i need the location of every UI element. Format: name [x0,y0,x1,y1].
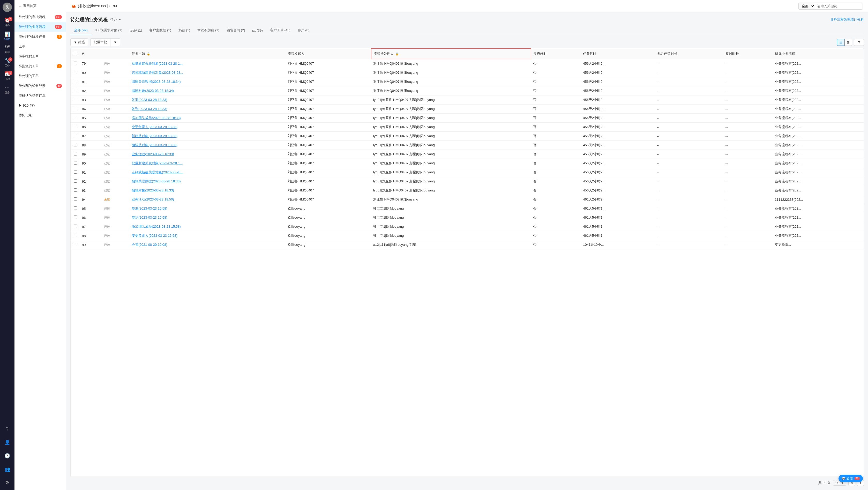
sidebar-badge-pending-sales-leads: 69 [56,84,62,88]
cell-duration: 461天5小时1... [581,231,655,240]
table-settings-button[interactable]: ⚙ [854,39,864,46]
batch-approval-button[interactable]: 批量审批 [90,38,111,46]
row-checkbox[interactable] [74,179,77,183]
sidebar-item-pending-sales-leads[interactable]: 待分配的销售线索 69 [14,81,66,91]
subject-link[interactable]: 添加团队成员(2023-03-28 18:33) [132,116,181,120]
subject-link[interactable]: 编辑对象(2023-03-28 18:33) [132,188,174,192]
sidebar-item-pending-sales-order[interactable]: 待确认的销售订单 [14,91,66,101]
nav-item-work[interactable]: 🔧 工作 5 [1,56,13,69]
float-button[interactable]: 💬 企信 78 [838,475,863,482]
row-checkbox[interactable] [74,161,77,164]
read-status: 已读 [104,80,110,83]
cell-subject: 新建从对象(2023-03-28 18:33) [130,132,285,141]
nav-item-crm[interactable]: 📊 CRM [1,30,13,42]
row-checkbox[interactable] [74,224,77,228]
row-checkbox[interactable] [74,89,77,92]
subject-link[interactable]: 签退(2023-03-28 18:33) [132,98,167,102]
tab-testA[interactable]: testA (1) [126,26,146,35]
sidebar-item-group-910[interactable]: ▶ 910待办 [14,101,66,111]
nav-item-more[interactable]: ⋯ 更多 [1,83,13,96]
row-checkbox[interactable] [74,107,77,110]
subject-link[interactable]: 业务活动(2023-03-28 18:33) [132,152,174,156]
subject-link[interactable]: 业务活动(2023-03-23 18:50) [132,197,174,201]
nav-item-settings[interactable]: ⚙ [1,477,13,489]
batch-dropdown-button[interactable]: ▼ [111,38,120,46]
row-checkbox[interactable] [74,207,77,210]
tab-customer-master[interactable]: 客户主数据 (1) [146,26,175,35]
subject-link[interactable]: 签到(2023-03-23 15:58) [132,215,167,219]
cell-initiator: 刘亚鲁 HMQ0407 [285,95,371,104]
sidebar-item-stage-task[interactable]: 待处理的阶段任务 4 [14,32,66,42]
efficiency-stats-link[interactable]: 业务流程效率统计分析 [830,17,864,22]
cell-allowed-pause: -- [655,95,723,104]
tab-880[interactable]: 880预需求对象 (1) [91,26,126,35]
sidebar-item-workorder[interactable]: 工单 [14,42,66,52]
nav-item-history[interactable]: 🕐 [1,450,13,462]
sidebar-item-business-flow[interactable]: 待处理的业务流程 99+ [14,22,66,32]
subject-link[interactable]: 批量新建关联对象(2023-03-28 1... [132,62,183,65]
row-checkbox[interactable] [74,170,77,174]
cell-duration: 461天5小时1... [581,213,655,222]
nav-item-contacts[interactable]: 👤 [1,436,13,449]
table-row: 87 已读 新建从对象(2023-03-28 18:33) 刘亚鲁 HMQ040… [71,132,864,141]
row-checkbox[interactable] [74,188,77,192]
tab-all[interactable]: 全部 (99) [70,26,91,35]
tab-px[interactable]: px (39) [249,26,266,35]
cell-num: 99 [80,240,102,249]
row-checkbox[interactable] [74,143,77,147]
subject-link[interactable]: 选择或新建关联对象(2023-03-28... [132,170,183,174]
view-grid-button[interactable]: ⊞ [845,39,852,46]
row-checkbox-cell [71,204,80,213]
view-list-button[interactable]: ☰ [837,39,845,46]
subject-link[interactable]: 选择或新建关联对象(2023-03-28... [132,71,183,74]
subject-link[interactable]: 变更负责人(2023-03-28 18:33) [132,125,177,129]
row-checkbox[interactable] [74,80,77,83]
row-checkbox[interactable] [74,98,77,101]
row-checkbox[interactable] [74,197,77,201]
subject-link[interactable]: 编辑关联数据(2023-03-28 18:34) [132,80,181,84]
subject-link[interactable]: 变更负责人(2023-03-23 15:58) [132,234,177,238]
subject-link[interactable]: 添加团队成员(2023-03-23 15:58) [132,224,181,228]
subject-link[interactable]: 签到(2023-03-28 18:33) [132,107,167,111]
sidebar-item-assigned-workorder[interactable]: 待指派的工单 1 [14,61,66,71]
subject-link[interactable]: 批量新建关联对象(2023-03-28 1... [132,161,183,165]
nav-item-schedule[interactable]: 📅 日程 5 [1,70,13,82]
status-dropdown[interactable]: 待办 ▼ [110,17,121,22]
tab-naitang[interactable]: 奶昔 (1) [175,26,194,35]
nav-item-help[interactable]: ? [1,423,13,435]
row-checkbox[interactable] [74,234,77,237]
avatar[interactable]: 头 [3,3,12,12]
nav-item-todo[interactable]: ⏰ 待办 5 [1,16,13,28]
subject-link[interactable]: 会签(2021-08-20 10:08) [132,243,167,247]
sidebar-item-approval-flow[interactable]: 待处理的审批流程 99+ [14,12,66,22]
filter-button[interactable]: ▼ 筛选 [70,38,88,46]
tab-customer[interactable]: 客户 (8) [294,26,313,35]
nav-item-team[interactable]: 👥 [1,463,13,476]
row-checkbox[interactable] [74,215,77,219]
sidebar-item-pending-approval[interactable]: 待审批的工单 [14,52,66,61]
select-all-checkbox[interactable] [74,52,77,55]
sidebar-label-pending-sales-leads: 待分配的销售线索 [19,84,45,88]
sidebar-item-delegate[interactable]: 委托记录 [14,111,66,120]
row-checkbox[interactable] [74,71,77,74]
subject-link[interactable]: 签退(2023-03-23 15:58) [132,207,167,210]
subject-link[interactable]: 新建从对象(2023-03-28 18:33) [132,134,177,138]
row-checkbox[interactable] [74,116,77,119]
back-to-home[interactable]: ← 返回首页 [14,0,66,12]
row-checkbox[interactable] [74,62,77,65]
sidebar-item-pending-workorder[interactable]: 待处理的工单 [14,71,66,81]
subject-link[interactable]: 编辑对象(2023-03-28 18:34) [132,89,174,93]
subject-link[interactable]: 编辑关联数据(2023-03-28 18:33) [132,179,181,183]
nav-item-field[interactable]: 🗺 外勤 [1,43,13,55]
row-checkbox[interactable] [74,152,77,155]
table-row: 83 已读 签退(2023-03-28 18:33) 刘亚鲁 HMQ0407 l… [71,95,864,104]
subject-link[interactable]: 编辑从对象(2023-03-28 18:33) [132,143,177,147]
tab-customer-workorder[interactable]: 客户工单 (45) [267,26,294,35]
row-checkbox[interactable] [74,125,77,128]
row-checkbox[interactable] [74,134,77,137]
tab-sales-contract[interactable]: 销售合同 (2) [223,26,249,35]
search-scope-select[interactable]: 全部 [799,3,815,9]
row-checkbox[interactable] [74,243,77,246]
search-input[interactable] [815,3,863,9]
tab-gatiebutang[interactable]: 拿铁不加糖 (1) [194,26,223,35]
